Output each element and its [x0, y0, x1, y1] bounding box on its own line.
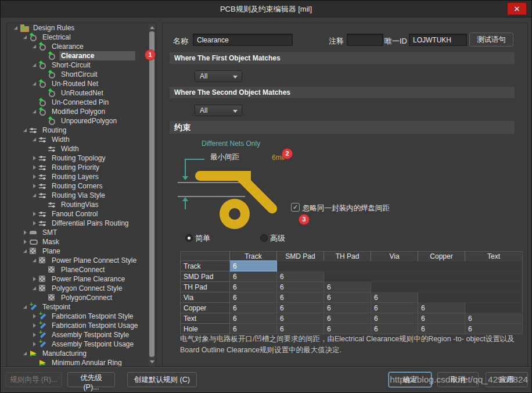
expand-arrow-icon[interactable] [31, 209, 39, 219]
expand-arrow-icon[interactable] [31, 153, 39, 163]
expand-arrow-icon[interactable] [31, 60, 39, 70]
second-object-dropdown[interactable]: All [195, 105, 242, 116]
tree-item-plane[interactable]: Plane [7, 246, 156, 256]
tree-item-smt[interactable]: SMT [7, 228, 156, 237]
expand-arrow-icon[interactable] [31, 107, 39, 116]
matrix-cell[interactable]: 6 [230, 303, 277, 313]
tree-item-width[interactable]: Width [7, 144, 156, 153]
matrix-cell[interactable]: 6 [465, 313, 523, 324]
tree-item-assembly-testpoint-style[interactable]: Assembly Testpoint Style [7, 330, 156, 340]
tree-item-routing[interactable]: Routing [7, 126, 156, 135]
expand-arrow-icon[interactable] [31, 79, 39, 88]
expand-arrow-icon[interactable] [31, 330, 39, 340]
matrix-cell[interactable]: 6 [230, 324, 277, 334]
tree-item-planeconnect[interactable]: PlaneConnect [7, 265, 156, 274]
expand-arrow-icon[interactable] [31, 172, 39, 181]
tree-item-unpouredpolygon[interactable]: UnpouredPolygon [7, 116, 156, 126]
tree-item-electrical[interactable]: Electrical [7, 33, 156, 42]
tree-item-assembly-testpoint-usage[interactable]: Assembly Testpoint Usage [7, 340, 156, 349]
expand-arrow-icon[interactable] [31, 274, 39, 284]
create-default-rules-button[interactable]: 创建默认规则 (C) [127, 372, 197, 387]
expand-arrow-icon[interactable] [22, 237, 30, 246]
matrix-cell[interactable]: 6 [277, 303, 324, 313]
advanced-radio[interactable] [260, 234, 268, 242]
tree-item-routing-via-style[interactable]: Routing Via Style [7, 191, 156, 200]
simple-radio[interactable] [185, 234, 193, 242]
matrix-cell[interactable]: 6 [230, 261, 277, 271]
expand-arrow-icon[interactable] [22, 246, 30, 256]
scrollbar-thumb[interactable] [149, 31, 154, 357]
tree-item-modified-polygon[interactable]: Modified Polygon [7, 107, 156, 116]
matrix-cell[interactable]: 6 [277, 324, 324, 334]
tree-item-routingvias[interactable]: RoutingVias [7, 200, 156, 209]
expand-arrow-icon[interactable] [22, 33, 30, 42]
matrix-cell[interactable]: 6 [230, 282, 277, 292]
tree-item-routing-layers[interactable]: Routing Layers [7, 172, 156, 181]
matrix-cell[interactable]: 6 [371, 292, 418, 303]
expand-arrow-icon[interactable] [31, 135, 39, 144]
matrix-cell[interactable]: 6 [418, 313, 465, 324]
tree-item-clearance[interactable]: Clearance [7, 42, 156, 51]
tree-item-testpoint[interactable]: Testpoint [7, 302, 156, 312]
tree-item-power-plane-clearance[interactable]: Power Plane Clearance [7, 274, 156, 284]
matrix-cell[interactable]: 6 [324, 313, 371, 324]
expand-arrow-icon[interactable] [22, 302, 30, 312]
expand-arrow-icon[interactable] [22, 126, 30, 135]
expand-arrow-icon[interactable] [31, 340, 39, 349]
tree-item-differential-pairs-routing[interactable]: Differential Pairs Routing [7, 219, 156, 228]
tree-item-clearance[interactable]: Clearance1 [7, 51, 156, 60]
expand-arrow-icon[interactable] [31, 284, 39, 293]
matrix-cell[interactable]: 6 [230, 271, 277, 282]
tree-item-fanout-control[interactable]: Fanout Control [7, 209, 156, 219]
matrix-cell[interactable]: 6 [277, 271, 324, 282]
expand-arrow-icon[interactable] [31, 219, 39, 228]
tree-item-unroutednet[interactable]: UnRoutedNet [7, 88, 156, 98]
expand-arrow-icon[interactable] [31, 191, 39, 200]
comment-input[interactable] [347, 34, 383, 46]
matrix-cell[interactable]: 6 [277, 282, 324, 292]
scroll-down-icon[interactable] [150, 360, 154, 363]
matrix-cell[interactable]: 6 [277, 292, 324, 303]
tree-item-fabrication-testpoint-style[interactable]: Fabrication Testpoint Style [7, 312, 156, 321]
tree-item-power-plane-connect-style[interactable]: Power Plane Connect Style [7, 256, 156, 265]
cancel-button[interactable]: 取消 [437, 372, 479, 387]
matrix-cell[interactable]: 6 [324, 292, 371, 303]
tree-item-fabrication-testpoint-usage[interactable]: Fabrication Testpoint Usage [7, 321, 156, 330]
matrix-cell[interactable]: 6 [371, 324, 418, 334]
rule-wizard-button[interactable]: 规则向导 (R)... [5, 372, 62, 387]
first-object-dropdown[interactable]: All [195, 70, 242, 82]
ignore-pads-checkbox[interactable]: ✓ [291, 203, 300, 212]
tree-item-shortcircuit[interactable]: ShortCircuit [7, 70, 156, 79]
expand-arrow-icon[interactable] [13, 23, 20, 33]
matrix-cell[interactable]: 6 [371, 313, 418, 324]
matrix-cell[interactable]: 6 [371, 303, 418, 313]
tree-item-mask[interactable]: Mask [7, 237, 156, 246]
tree-item-un-connected-pin[interactable]: Un-Connected Pin [7, 98, 156, 107]
tree-item-manufacturing[interactable]: Manufacturing [7, 349, 156, 358]
apply-button[interactable]: 应用 [486, 372, 528, 387]
expand-arrow-icon[interactable] [31, 321, 39, 330]
tree-scrollbar[interactable] [148, 23, 156, 366]
matrix-cell[interactable]: 6 [418, 303, 465, 313]
expand-arrow-icon[interactable] [31, 256, 39, 265]
matrix-cell[interactable]: 6 [230, 313, 277, 324]
test-query-button[interactable]: 测试语句 [469, 33, 513, 47]
name-input[interactable] [193, 34, 293, 46]
matrix-cell[interactable]: 6 [324, 282, 371, 292]
expand-arrow-icon[interactable] [31, 42, 39, 51]
tree-item-minimum-annular-ring[interactable]: Minimum Annular Ring [7, 358, 156, 367]
scroll-up-icon[interactable] [150, 26, 154, 29]
tree-item-un-routed-net[interactable]: Un-Routed Net [7, 79, 156, 88]
expand-arrow-icon[interactable] [22, 228, 30, 237]
matrix-cell[interactable]: 6 [324, 303, 371, 313]
tree-item-design-rules[interactable]: Design Rules [7, 23, 156, 33]
matrix-cell[interactable]: 6 [230, 292, 277, 303]
unique-id-input[interactable] [409, 34, 467, 46]
close-button[interactable]: ✕ [507, 2, 527, 15]
expand-arrow-icon[interactable] [31, 181, 39, 191]
tree-item-routing-corners[interactable]: Routing Corners [7, 181, 156, 191]
expand-arrow-icon[interactable] [31, 312, 39, 321]
expand-arrow-icon[interactable] [31, 163, 39, 172]
matrix-cell[interactable]: 6 [418, 324, 465, 334]
tree-item-routing-topology[interactable]: Routing Topology [7, 153, 156, 163]
